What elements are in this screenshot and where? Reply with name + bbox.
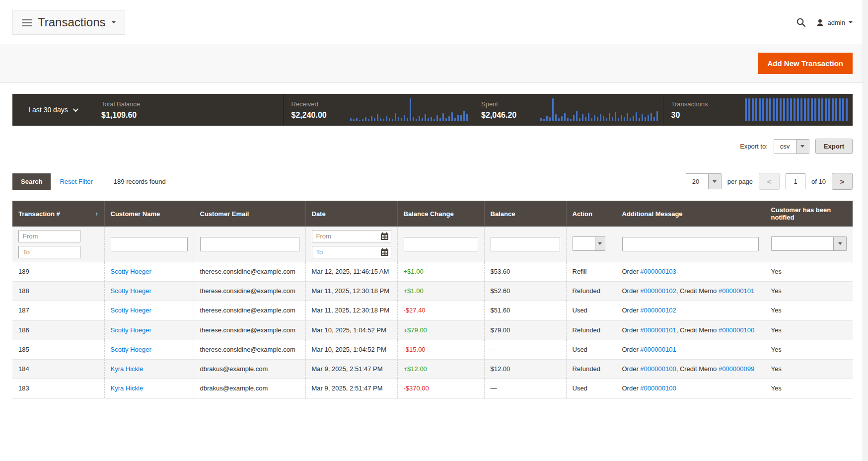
balance-change-value: +$12.00	[404, 365, 427, 373]
order-link[interactable]: #000000101	[640, 326, 676, 334]
cell-transaction-id: 183	[12, 379, 104, 398]
per-page-select[interactable]: 20	[686, 173, 722, 189]
cell-date: Mar 11, 2025, 12:30:18 PM	[305, 301, 397, 320]
reset-filter-link[interactable]: Reset Filter	[60, 178, 92, 185]
column-header-transaction-id[interactable]: Transaction #↑	[12, 201, 104, 227]
cell-transaction-id: 186	[12, 320, 104, 340]
cell-transaction-id: 185	[12, 340, 104, 359]
cell-balance: $12.00	[484, 359, 566, 379]
transaction-id-from-input[interactable]	[18, 230, 80, 242]
column-header-customer-name[interactable]: Customer Name	[104, 201, 194, 227]
select-arrow-icon	[833, 237, 846, 250]
column-header-balance-change[interactable]: Balance Change	[397, 201, 484, 227]
total-pages-text: of 10	[811, 178, 826, 185]
column-header-additional-message[interactable]: Additional Message	[616, 201, 765, 227]
message-text: Order	[622, 326, 641, 334]
cell-customer-email: therese.considine@example.com	[194, 340, 305, 359]
order-link[interactable]: #000000102	[640, 307, 676, 314]
message-text: Order	[622, 384, 641, 392]
customer-name-link[interactable]: Kyra Hickle	[111, 384, 144, 392]
stat-label: Total Balance	[101, 100, 140, 108]
cell-balance: —	[484, 340, 566, 359]
date-to-input[interactable]	[312, 246, 391, 258]
additional-message-filter-input[interactable]	[622, 237, 759, 251]
spent-sparkline-chart	[523, 98, 657, 121]
date-from-input[interactable]	[312, 230, 391, 242]
order-link[interactable]: #000000100	[640, 365, 676, 373]
credit-memo-link[interactable]: #000000099	[719, 365, 754, 373]
stat-total-balance: Total Balance $1,109.60	[93, 94, 283, 126]
action-filter-select[interactable]	[573, 236, 605, 251]
balance-change-value: +$1.00	[404, 287, 424, 295]
column-header-customer-email[interactable]: Customer Email	[194, 201, 305, 227]
notified-filter-select[interactable]	[771, 236, 847, 251]
cell-balance: $53.60	[484, 262, 566, 282]
customer-name-link[interactable]: Scotty Hoeger	[111, 268, 151, 275]
cell-notified: Yes	[765, 340, 853, 359]
message-text: Order	[622, 268, 641, 275]
message-text: , Credit Memo	[676, 365, 719, 373]
order-link[interactable]: #000000103	[640, 268, 676, 275]
current-page-input[interactable]	[786, 173, 805, 189]
next-page-button[interactable]: >	[832, 173, 853, 190]
export-format-select[interactable]: csv	[774, 139, 809, 154]
export-button[interactable]: Export	[815, 139, 853, 154]
search-button[interactable]	[796, 17, 806, 27]
customer-name-link[interactable]: Kyra Hickle	[111, 365, 144, 373]
column-header-balance[interactable]: Balance	[484, 201, 566, 227]
message-text: Order	[622, 307, 641, 314]
admin-user-menu[interactable]: admin	[816, 18, 853, 27]
grid-controls: Search Reset Filter 189 records found 20…	[12, 173, 853, 190]
message-text: , Credit Memo	[676, 326, 719, 334]
order-link[interactable]: #000000102	[640, 287, 676, 295]
cell-additional-message: Order #000000103	[616, 262, 765, 282]
balance-filter-input[interactable]	[491, 237, 560, 251]
stat-transactions: Transactions 30	[663, 94, 853, 126]
column-header-date[interactable]: Date	[305, 201, 397, 227]
customer-name-filter-input[interactable]	[111, 237, 188, 251]
balance-change-filter-input[interactable]	[404, 237, 478, 251]
filter-customer-name	[104, 227, 194, 262]
page-title-menu[interactable]: Transactions	[12, 10, 125, 35]
cell-customer-name: Scotty Hoeger	[104, 262, 194, 282]
cell-action: Refunded	[566, 282, 616, 301]
credit-memo-link[interactable]: #000000101	[719, 287, 754, 295]
cell-transaction-id: 189	[12, 262, 104, 282]
cell-balance-change: +$79.00	[397, 320, 484, 340]
add-new-transaction-button[interactable]: Add New Transaction	[758, 53, 853, 74]
cell-additional-message: Order #000000101, Credit Memo #000000100	[616, 320, 765, 340]
order-link[interactable]: #000000100	[640, 384, 676, 392]
customer-name-link[interactable]: Scotty Hoeger	[111, 287, 151, 295]
filter-row	[12, 227, 853, 262]
admin-caret-down-icon	[849, 21, 853, 23]
cell-action: Refill	[566, 262, 616, 282]
hamburger-icon[interactable]	[22, 19, 32, 26]
calendar-icon[interactable]	[380, 232, 389, 240]
search-filter-button[interactable]: Search	[12, 173, 51, 190]
period-dropdown[interactable]: Last 30 days	[12, 94, 93, 126]
transaction-id-to-input[interactable]	[18, 246, 80, 258]
cell-notified: Yes	[765, 282, 853, 301]
chevron-down-icon	[72, 106, 78, 112]
previous-page-button[interactable]: <	[759, 173, 780, 190]
column-header-notified[interactable]: Customer has been notified	[765, 201, 853, 227]
customer-email-filter-input[interactable]	[200, 237, 299, 251]
cell-customer-name: Scotty Hoeger	[104, 340, 194, 359]
customer-name-link[interactable]: Scotty Hoeger	[111, 326, 151, 334]
scrollbar[interactable]	[863, 0, 868, 398]
message-text: Order	[622, 287, 641, 295]
column-header-action[interactable]: Action	[566, 201, 616, 227]
cell-customer-email: dbrakus@example.com	[194, 359, 305, 379]
cell-additional-message: Order #000000101	[616, 340, 765, 359]
customer-name-link[interactable]: Scotty Hoeger	[111, 307, 151, 314]
customer-name-link[interactable]: Scotty Hoeger	[111, 346, 151, 353]
balance-change-value: -$27.40	[404, 307, 426, 314]
order-link[interactable]: #000000101	[640, 346, 676, 353]
stat-spent: Spent $2,046.20	[473, 94, 663, 126]
cell-date: Mar 10, 2025, 1:04:52 PM	[305, 320, 397, 340]
message-text: Order	[622, 346, 641, 353]
calendar-icon[interactable]	[380, 248, 389, 256]
credit-memo-link[interactable]: #000000100	[719, 326, 754, 334]
cell-date: Mar 9, 2025, 2:51:47 PM	[305, 379, 397, 398]
cell-customer-email: therese.considine@example.com	[194, 320, 305, 340]
